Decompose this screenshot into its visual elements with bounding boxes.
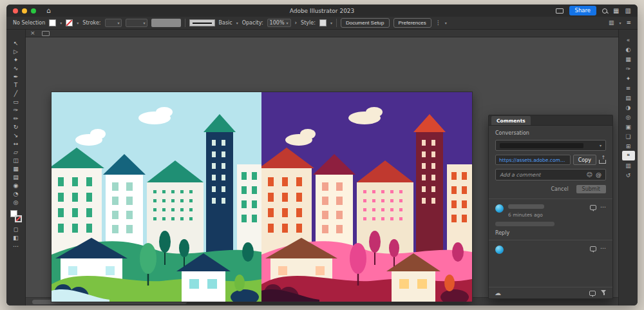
- reply-button[interactable]: Reply: [495, 230, 606, 236]
- eyedropper-tool-icon[interactable]: ◉: [9, 181, 23, 189]
- comment-bubble-icon[interactable]: [590, 246, 596, 251]
- width-tool-icon[interactable]: ↔: [9, 139, 23, 148]
- share-link-icon[interactable]: [599, 156, 606, 164]
- opacity-value: 100%: [270, 20, 285, 26]
- zoom-window-button[interactable]: [31, 8, 36, 14]
- rectangle-tool-icon[interactable]: ▭: [9, 97, 23, 106]
- artboard[interactable]: [52, 92, 472, 302]
- document-setup-button[interactable]: Document Setup: [341, 18, 390, 28]
- comments-panel-icon[interactable]: ❝: [622, 151, 635, 160]
- fill-stroke-swatches[interactable]: [10, 210, 22, 222]
- titlebar-actions: Share ▦ ▥: [556, 6, 631, 15]
- comments-tab[interactable]: Comments: [491, 116, 531, 125]
- brush-stroke-preview[interactable]: [189, 19, 215, 26]
- magic-wand-tool-icon[interactable]: ✦: [9, 55, 23, 64]
- collapse-panels-icon[interactable]: «: [622, 35, 635, 44]
- stroke-panel-icon[interactable]: ≡: [622, 83, 635, 93]
- scale-tool-icon[interactable]: ↘: [9, 131, 23, 139]
- home-icon[interactable]: ⌂: [46, 7, 51, 14]
- comment-item[interactable]: 6 minutes ago ⋯: [495, 203, 606, 218]
- brush-name[interactable]: Basic: [219, 20, 232, 26]
- graphic-styles-panel-icon[interactable]: ▣: [622, 122, 635, 131]
- workspace-overflow-icon[interactable]: ⋮: [435, 20, 441, 26]
- pen-tool-icon[interactable]: ✒: [9, 72, 23, 81]
- dock-panels-icon[interactable]: ▥: [609, 20, 614, 26]
- line-segment-tool-icon[interactable]: ╱: [9, 89, 23, 97]
- comment-input[interactable]: Add a comment ☺ @: [495, 169, 606, 180]
- gradient-tool-icon[interactable]: ▤: [9, 173, 23, 181]
- fill-color-swatch[interactable]: [49, 19, 56, 26]
- libraries-panel-icon[interactable]: ▥: [622, 160, 635, 170]
- chevron-down-icon[interactable]: ▾: [77, 21, 79, 25]
- swatches-panel-icon[interactable]: ▦: [622, 54, 635, 64]
- close-document-icon[interactable]: ×: [30, 30, 35, 36]
- emoji-icon[interactable]: ☺: [587, 172, 592, 178]
- layers-panel-icon[interactable]: ❏: [622, 131, 635, 141]
- direct-selection-tool-icon[interactable]: ▷: [9, 47, 23, 55]
- selection-tool-icon[interactable]: ↖: [9, 39, 23, 47]
- free-transform-tool-icon[interactable]: ▱: [9, 148, 23, 156]
- canvas[interactable]: Comments Conversation ▾ https://assets.a…: [26, 37, 618, 305]
- copy-link-button[interactable]: Copy: [573, 155, 596, 165]
- symbols-panel-icon[interactable]: ✦: [622, 73, 635, 83]
- comments-panel-header: Comments: [489, 115, 612, 126]
- chevron-down-icon[interactable]: ▾: [60, 21, 62, 25]
- chevron-down-icon[interactable]: ▾: [236, 21, 238, 25]
- switch-workspace-icon[interactable]: ▦: [613, 8, 619, 14]
- device-preview-icon[interactable]: [556, 8, 564, 14]
- transparency-panel-icon[interactable]: ◑: [622, 102, 635, 112]
- comment-timestamp: 6 minutes ago: [508, 212, 585, 218]
- pencil-tool-icon[interactable]: ✏: [9, 114, 23, 122]
- mention-icon[interactable]: @: [596, 172, 601, 178]
- arrange-documents-icon[interactable]: ▥: [625, 8, 631, 14]
- share-button[interactable]: Share: [569, 6, 597, 15]
- submit-button[interactable]: Submit: [576, 185, 606, 193]
- lasso-tool-icon[interactable]: ∿: [9, 64, 23, 72]
- chevron-down-icon[interactable]: ▾: [445, 21, 447, 25]
- control-menu-icon[interactable]: ≡: [626, 20, 631, 26]
- artboard-thumbnail-icon[interactable]: [42, 31, 50, 36]
- blend-tool-icon[interactable]: ◔: [9, 189, 23, 198]
- rotate-tool-icon[interactable]: ↻: [9, 122, 23, 131]
- edit-toolbar-icon[interactable]: ⋯: [9, 242, 23, 250]
- artboards-panel-icon[interactable]: ⊞: [622, 141, 635, 151]
- type-tool-icon[interactable]: T: [9, 81, 23, 89]
- comment-item[interactable]: ⋯: [495, 244, 606, 254]
- stroke-color-swatch[interactable]: [66, 19, 73, 26]
- color-panel-icon[interactable]: ◐: [622, 44, 635, 54]
- chevron-right-icon[interactable]: ›: [295, 20, 298, 26]
- stroke-weight-dropdown[interactable]: ▾: [105, 19, 122, 27]
- comment-placeholder: Add a comment: [500, 172, 583, 178]
- control-bar-right: ▥ ▾ ≡: [609, 20, 631, 26]
- chevron-down-icon[interactable]: ▾: [330, 21, 332, 25]
- variable-width-dropdown[interactable]: ▾: [126, 19, 147, 27]
- preferences-button[interactable]: Preferences: [393, 18, 431, 28]
- comment-bubble-icon[interactable]: [590, 205, 596, 210]
- toolbar-stroke-swatch[interactable]: [15, 215, 22, 222]
- zoom-tool-icon[interactable]: ◎: [9, 198, 23, 206]
- screen-mode-icon[interactable]: ◧: [9, 233, 23, 242]
- mesh-tool-icon[interactable]: ▦: [9, 164, 23, 173]
- gradient-panel-icon[interactable]: ▤: [622, 93, 635, 102]
- draw-mode-icon[interactable]: ◻: [9, 225, 23, 233]
- opacity-dropdown[interactable]: 100% ▾: [267, 19, 291, 27]
- style-swatch[interactable]: [319, 19, 327, 26]
- close-window-button[interactable]: [13, 8, 18, 14]
- window-title: Adobe Illustrator 2023: [6, 8, 638, 14]
- appearance-panel-icon[interactable]: ◎: [622, 112, 635, 122]
- conversation-dropdown[interactable]: ▾: [495, 140, 606, 151]
- share-link-field[interactable]: https://assets.adobe.com/id/ur...: [495, 155, 571, 165]
- shape-builder-tool-icon[interactable]: ◫: [9, 156, 23, 164]
- minimize-window-button[interactable]: [22, 8, 27, 14]
- cancel-button[interactable]: Cancel: [551, 186, 569, 192]
- paintbrush-tool-icon[interactable]: ✑: [9, 106, 23, 114]
- chevron-down-icon[interactable]: ▾: [619, 21, 621, 25]
- search-icon[interactable]: [602, 8, 607, 14]
- more-options-icon[interactable]: ⋯: [600, 247, 606, 250]
- cloud-sync-icon[interactable]: ☁: [495, 290, 501, 296]
- brushes-panel-icon[interactable]: ✑: [622, 64, 635, 73]
- filter-comments-icon[interactable]: [601, 290, 607, 296]
- more-options-icon[interactable]: ⋯: [600, 206, 606, 209]
- history-panel-icon[interactable]: ↺: [622, 170, 635, 180]
- new-comment-icon[interactable]: [589, 291, 596, 296]
